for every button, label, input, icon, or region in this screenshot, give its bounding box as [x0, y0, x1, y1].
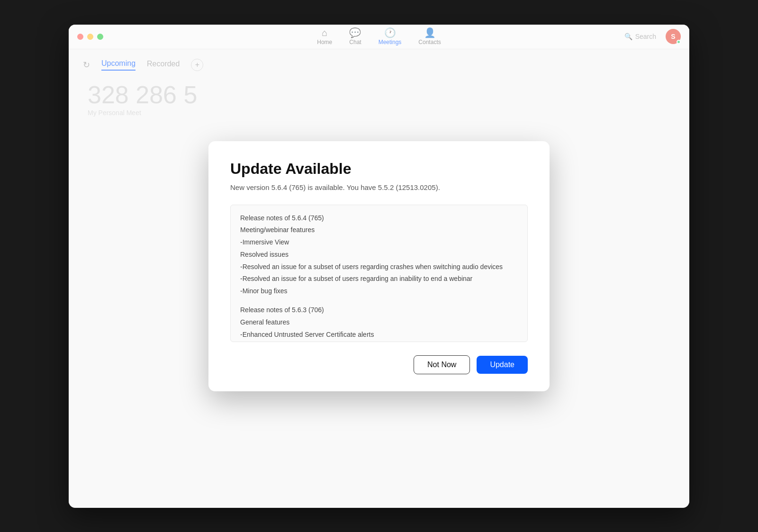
release-note-0: Release notes of 5.6.4 (765) — [240, 213, 523, 224]
release-note-5: -Resolved an issue for a subset of users… — [240, 273, 523, 285]
release-note-7: Release notes of 5.6.3 (706) — [240, 305, 523, 316]
update-button[interactable]: Update — [477, 356, 528, 374]
modal-backdrop: Update Available New version 5.6.4 (765)… — [69, 25, 689, 508]
release-note-8: General features — [240, 317, 523, 328]
release-note-9: -Enhanced Untrusted Server Certificate a… — [240, 329, 523, 341]
release-notes-container: Release notes of 5.6.4 (765) Meeting/web… — [230, 205, 528, 342]
not-now-button[interactable]: Not Now — [414, 355, 470, 374]
modal-subtitle: New version 5.6.4 (765) is available. Yo… — [230, 183, 528, 191]
release-note-4: -Resolved an issue for a subset of users… — [240, 261, 523, 273]
release-note-3: Resolved issues — [240, 249, 523, 261]
release-note-2: -Immersive View — [240, 237, 523, 248]
release-notes-content: Release notes of 5.6.4 (765) Meeting/web… — [240, 213, 523, 342]
app-window: ⌂ Home 💬 Chat 🕐 Meetings 👤 Contacts 🔍 Se… — [69, 25, 689, 508]
release-notes-scroll[interactable]: Release notes of 5.6.4 (765) Meeting/web… — [231, 205, 527, 342]
modal-title: Update Available — [230, 160, 528, 178]
update-modal: Update Available New version 5.6.4 (765)… — [208, 141, 550, 391]
release-note-6: -Minor bug fixes — [240, 286, 523, 297]
modal-footer: Not Now Update — [230, 355, 528, 374]
release-note-1: Meeting/webinar features — [240, 225, 523, 236]
